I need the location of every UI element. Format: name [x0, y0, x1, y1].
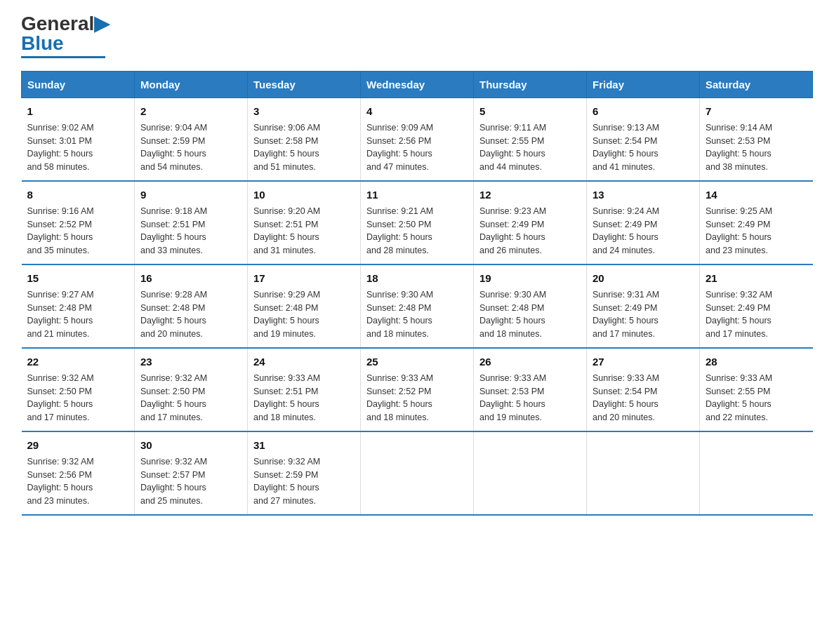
day-number: 6 [593, 104, 694, 119]
calendar-cell: 5 Sunrise: 9:11 AMSunset: 2:55 PMDayligh… [474, 98, 587, 182]
day-info: Sunrise: 9:32 AMSunset: 2:57 PMDaylight:… [140, 457, 207, 506]
calendar-cell: 18 Sunrise: 9:30 AMSunset: 2:48 PMDaylig… [361, 264, 474, 348]
day-number: 13 [593, 187, 694, 202]
day-number: 15 [27, 271, 129, 286]
calendar-cell [474, 431, 587, 515]
calendar-cell: 14 Sunrise: 9:25 AMSunset: 2:49 PMDaylig… [700, 181, 813, 264]
day-number: 1 [27, 104, 129, 119]
day-info: Sunrise: 9:02 AMSunset: 3:01 PMDaylight:… [27, 123, 94, 172]
day-number: 29 [27, 438, 129, 452]
day-info: Sunrise: 9:33 AMSunset: 2:51 PMDaylight:… [253, 373, 320, 422]
day-number: 4 [366, 104, 468, 119]
day-info: Sunrise: 9:33 AMSunset: 2:52 PMDaylight:… [366, 373, 433, 422]
day-number: 16 [140, 271, 241, 286]
day-info: Sunrise: 9:20 AMSunset: 2:51 PMDaylight:… [253, 206, 320, 255]
calendar-cell: 16 Sunrise: 9:28 AMSunset: 2:48 PMDaylig… [135, 264, 248, 348]
day-number: 11 [366, 187, 468, 202]
day-header-wednesday: Wednesday [361, 72, 474, 98]
day-info: Sunrise: 9:13 AMSunset: 2:54 PMDaylight:… [593, 123, 659, 172]
calendar-cell: 20 Sunrise: 9:31 AMSunset: 2:49 PMDaylig… [587, 264, 700, 348]
calendar-cell [361, 431, 474, 515]
calendar-week-row: 29 Sunrise: 9:32 AMSunset: 2:56 PMDaylig… [22, 431, 813, 515]
day-number: 22 [27, 354, 129, 369]
calendar-cell: 11 Sunrise: 9:21 AMSunset: 2:50 PMDaylig… [361, 181, 474, 264]
day-number: 2 [140, 104, 241, 119]
day-info: Sunrise: 9:30 AMSunset: 2:48 PMDaylight:… [366, 290, 433, 339]
day-info: Sunrise: 9:21 AMSunset: 2:50 PMDaylight:… [366, 206, 433, 255]
calendar-cell [700, 431, 813, 515]
day-header-saturday: Saturday [700, 72, 813, 98]
day-number: 9 [140, 187, 241, 202]
day-info: Sunrise: 9:33 AMSunset: 2:55 PMDaylight:… [706, 373, 772, 422]
day-info: Sunrise: 9:32 AMSunset: 2:49 PMDaylight:… [706, 290, 772, 339]
calendar-cell: 4 Sunrise: 9:09 AMSunset: 2:56 PMDayligh… [361, 98, 474, 182]
day-number: 31 [253, 438, 355, 452]
calendar-cell: 25 Sunrise: 9:33 AMSunset: 2:52 PMDaylig… [361, 348, 474, 431]
day-number: 24 [253, 354, 355, 369]
calendar-cell: 6 Sunrise: 9:13 AMSunset: 2:54 PMDayligh… [587, 98, 700, 182]
day-number: 28 [706, 354, 807, 369]
day-number: 23 [140, 354, 241, 369]
calendar-cell: 24 Sunrise: 9:33 AMSunset: 2:51 PMDaylig… [248, 348, 361, 431]
day-number: 3 [253, 104, 355, 119]
day-number: 10 [253, 187, 355, 202]
calendar-week-row: 22 Sunrise: 9:32 AMSunset: 2:50 PMDaylig… [22, 348, 813, 431]
day-number: 30 [140, 438, 241, 452]
calendar-cell: 23 Sunrise: 9:32 AMSunset: 2:50 PMDaylig… [135, 348, 248, 431]
day-info: Sunrise: 9:32 AMSunset: 2:56 PMDaylight:… [27, 457, 94, 506]
day-header-thursday: Thursday [474, 72, 587, 98]
day-number: 26 [479, 354, 581, 369]
day-number: 12 [479, 187, 581, 202]
calendar-cell: 30 Sunrise: 9:32 AMSunset: 2:57 PMDaylig… [135, 431, 248, 515]
day-info: Sunrise: 9:23 AMSunset: 2:49 PMDaylight:… [479, 206, 546, 255]
day-info: Sunrise: 9:28 AMSunset: 2:48 PMDaylight:… [140, 290, 207, 339]
calendar-table: SundayMondayTuesdayWednesdayThursdayFrid… [21, 71, 813, 516]
day-info: Sunrise: 9:33 AMSunset: 2:53 PMDaylight:… [479, 373, 546, 422]
day-number: 5 [479, 104, 581, 119]
logo-text: General▶Blue [21, 14, 110, 53]
day-number: 21 [706, 271, 807, 286]
day-info: Sunrise: 9:06 AMSunset: 2:58 PMDaylight:… [253, 123, 320, 172]
day-number: 18 [366, 271, 468, 286]
calendar-cell: 2 Sunrise: 9:04 AMSunset: 2:59 PMDayligh… [135, 98, 248, 182]
calendar-week-row: 8 Sunrise: 9:16 AMSunset: 2:52 PMDayligh… [22, 181, 813, 264]
day-info: Sunrise: 9:27 AMSunset: 2:48 PMDaylight:… [27, 290, 94, 339]
logo-underline [21, 56, 105, 58]
page-header: General▶Blue [21, 14, 813, 58]
calendar-week-row: 15 Sunrise: 9:27 AMSunset: 2:48 PMDaylig… [22, 264, 813, 348]
day-info: Sunrise: 9:32 AMSunset: 2:59 PMDaylight:… [253, 457, 320, 506]
day-header-tuesday: Tuesday [248, 72, 361, 98]
day-number: 25 [366, 354, 468, 369]
calendar-cell: 31 Sunrise: 9:32 AMSunset: 2:59 PMDaylig… [248, 431, 361, 515]
day-info: Sunrise: 9:18 AMSunset: 2:51 PMDaylight:… [140, 206, 207, 255]
day-info: Sunrise: 9:25 AMSunset: 2:49 PMDaylight:… [706, 206, 772, 255]
calendar-cell: 3 Sunrise: 9:06 AMSunset: 2:58 PMDayligh… [248, 98, 361, 182]
logo: General▶Blue [21, 14, 110, 58]
day-number: 8 [27, 187, 129, 202]
day-info: Sunrise: 9:11 AMSunset: 2:55 PMDaylight:… [479, 123, 546, 172]
day-number: 17 [253, 271, 355, 286]
day-info: Sunrise: 9:24 AMSunset: 2:49 PMDaylight:… [593, 206, 659, 255]
day-header-monday: Monday [135, 72, 248, 98]
calendar-cell: 27 Sunrise: 9:33 AMSunset: 2:54 PMDaylig… [587, 348, 700, 431]
day-info: Sunrise: 9:14 AMSunset: 2:53 PMDaylight:… [706, 123, 772, 172]
calendar-cell: 13 Sunrise: 9:24 AMSunset: 2:49 PMDaylig… [587, 181, 700, 264]
day-info: Sunrise: 9:32 AMSunset: 2:50 PMDaylight:… [27, 373, 94, 422]
day-number: 27 [593, 354, 694, 369]
calendar-cell: 21 Sunrise: 9:32 AMSunset: 2:49 PMDaylig… [700, 264, 813, 348]
calendar-cell: 26 Sunrise: 9:33 AMSunset: 2:53 PMDaylig… [474, 348, 587, 431]
calendar-week-row: 1 Sunrise: 9:02 AMSunset: 3:01 PMDayligh… [22, 98, 813, 182]
calendar-cell: 15 Sunrise: 9:27 AMSunset: 2:48 PMDaylig… [22, 264, 135, 348]
calendar-header-row: SundayMondayTuesdayWednesdayThursdayFrid… [22, 72, 813, 98]
calendar-cell: 8 Sunrise: 9:16 AMSunset: 2:52 PMDayligh… [22, 181, 135, 264]
day-info: Sunrise: 9:09 AMSunset: 2:56 PMDaylight:… [366, 123, 433, 172]
day-header-friday: Friday [587, 72, 700, 98]
calendar-cell: 29 Sunrise: 9:32 AMSunset: 2:56 PMDaylig… [22, 431, 135, 515]
day-number: 19 [479, 271, 581, 286]
day-info: Sunrise: 9:04 AMSunset: 2:59 PMDaylight:… [140, 123, 207, 172]
calendar-cell: 12 Sunrise: 9:23 AMSunset: 2:49 PMDaylig… [474, 181, 587, 264]
day-info: Sunrise: 9:30 AMSunset: 2:48 PMDaylight:… [479, 290, 546, 339]
day-info: Sunrise: 9:16 AMSunset: 2:52 PMDaylight:… [27, 206, 94, 255]
day-number: 7 [706, 104, 807, 119]
day-info: Sunrise: 9:32 AMSunset: 2:50 PMDaylight:… [140, 373, 207, 422]
